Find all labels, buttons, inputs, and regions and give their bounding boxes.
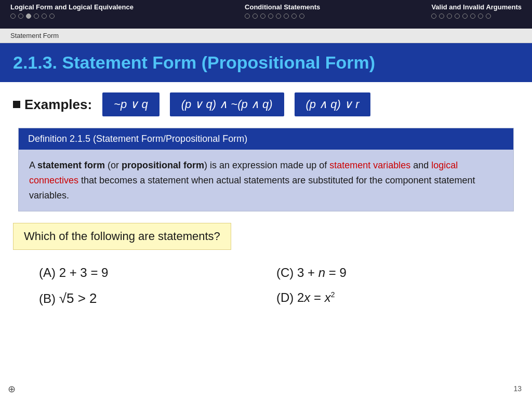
bullet-square [13, 101, 20, 108]
c-dot-1 [245, 14, 250, 19]
def-bold-1: statement form [37, 160, 105, 170]
nav-title-valid: Valid and Invalid Arguments [431, 3, 522, 11]
math-x-1: x [304, 290, 310, 304]
def-statement-variables: statement variables [329, 160, 410, 170]
math-item-a: (A) 2 + 3 = 9 [29, 260, 266, 285]
math-sup: 2 [331, 290, 335, 299]
nav-dots-valid [431, 14, 491, 19]
v-dot-6 [470, 14, 475, 19]
v-dot-1 [431, 14, 436, 19]
definition-container: Definition 2.1.5 (Statement Form/Proposi… [18, 128, 514, 211]
top-nav: Logical Form and Logical Equivalence Con… [0, 0, 532, 29]
nav-title-logical: Logical Form and Logical Equivalence [10, 3, 134, 11]
definition-body: A statement form (or propositional form)… [19, 150, 513, 211]
dot-4 [34, 14, 39, 19]
math-item-b: (B) √5 > 2 [29, 285, 266, 312]
v-dot-3 [447, 14, 452, 19]
formula-box-3: (p ∧ q) ∨ r [295, 92, 371, 116]
c-dot-4 [268, 14, 273, 19]
formula-box-1: ~p ∨ q [102, 92, 159, 116]
nav-dots-logical [10, 14, 55, 19]
math-label-c: (C) [276, 265, 294, 280]
nav-title-conditional: Conditional Statements [245, 3, 320, 11]
title-section: 2.1.3. Statement Form (Propositional For… [0, 43, 532, 82]
math-item-d: (D) 2x = x2 [266, 285, 503, 312]
compass-icon: ⊕ [8, 383, 16, 395]
v-dot-5 [462, 14, 468, 19]
dot-2 [18, 14, 23, 19]
math-label-a: (A) [39, 265, 56, 280]
v-dot-7 [478, 14, 483, 19]
c-dot-8 [299, 14, 304, 19]
examples-row: Examples: ~p ∨ q (p ∨ q) ∧ ~(p ∧ q) (p ∧… [13, 92, 519, 116]
nav-dots-conditional [245, 14, 304, 19]
math-item-c: (C) 3 + n = 9 [266, 260, 503, 285]
definition-header: Definition 2.1.5 (Statement Form/Proposi… [19, 128, 513, 150]
math-grid: (A) 2 + 3 = 9 (C) 3 + n = 9 (B) √5 > 2 (… [13, 260, 519, 312]
v-dot-2 [439, 14, 444, 19]
examples-label: Examples: [13, 97, 92, 113]
page-number: 13 [513, 384, 522, 393]
formula-box-2: (p ∨ q) ∧ ~(p ∧ q) [170, 92, 284, 116]
math-label-d: (D) [276, 290, 294, 304]
main-content: Examples: ~p ∨ q (p ∨ q) ∧ ~(p ∧ q) (p ∧… [0, 82, 532, 317]
nav-section-conditional[interactable]: Conditional Statements [245, 3, 320, 19]
breadcrumb: Statement Form [0, 29, 532, 43]
dot-6 [49, 14, 55, 19]
math-n: n [318, 265, 325, 280]
math-x-2: x [325, 290, 331, 304]
math-label-b: (B) [39, 291, 56, 305]
def-bold-2: propositional form [122, 160, 204, 170]
c-dot-5 [276, 14, 281, 19]
nav-section-logical: Logical Form and Logical Equivalence [10, 3, 134, 19]
c-dot-7 [291, 14, 297, 19]
nav-section-valid[interactable]: Valid and Invalid Arguments [431, 3, 522, 19]
c-dot-2 [252, 14, 258, 19]
dot-1 [10, 14, 16, 19]
v-dot-8 [486, 14, 491, 19]
c-dot-3 [260, 14, 265, 19]
question-box: Which of the following are statements? [13, 223, 231, 250]
dot-5 [42, 14, 47, 19]
v-dot-4 [455, 14, 460, 19]
dot-3 [26, 14, 31, 19]
slide-title: 2.1.3. Statement Form (Propositional For… [13, 52, 519, 73]
sqrt-expression: √5 > 2 [59, 290, 97, 306]
c-dot-6 [284, 14, 289, 19]
